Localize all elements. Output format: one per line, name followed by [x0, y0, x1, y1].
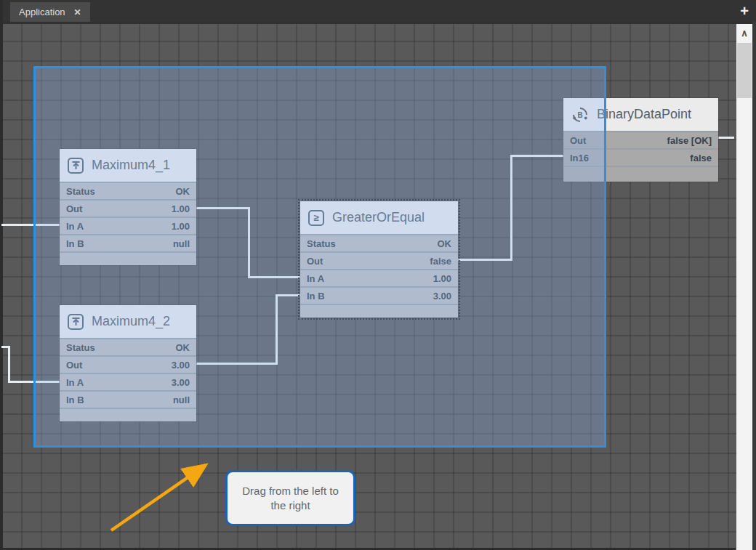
wire-left-to-maximum4-2-ina[interactable]	[8, 346, 10, 383]
add-tab-button[interactable]: +	[740, 2, 749, 20]
selection-marquee	[33, 66, 606, 448]
drag-hint-tooltip: Drag from the left to the right	[225, 470, 355, 526]
vertical-scrollbar[interactable]: ∧	[736, 24, 752, 550]
tooltip-text: Drag from the left to the right	[238, 484, 343, 512]
block-title: BinaryDataPoint	[597, 107, 691, 122]
wire-binarydatapoint-out-to-right[interactable]	[718, 137, 734, 139]
close-icon[interactable]: ✕	[74, 7, 81, 17]
window-right-edge	[752, 22, 756, 550]
scrollbar-thumb[interactable]	[737, 43, 752, 98]
canvas-top-edge	[0, 22, 756, 24]
tab-application[interactable]: Application ✕	[10, 2, 90, 22]
canvas-left-edge	[0, 0, 3, 550]
scroll-up-icon[interactable]: ∧	[736, 24, 752, 41]
tab-label: Application	[19, 7, 65, 17]
tab-bar: Application ✕ +	[0, 0, 756, 22]
application-window: Application ✕ + Maximum4_1	[0, 0, 756, 550]
drag-hint-arrow	[105, 454, 220, 538]
